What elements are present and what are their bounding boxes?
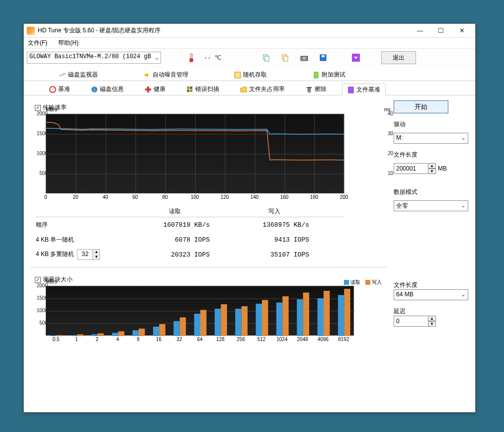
svg-rect-3 [265,56,269,61]
svg-rect-0 [190,54,192,59]
drive-letter-combo[interactable]: M: [394,133,468,144]
svg-rect-19 [145,88,151,90]
svg-rect-47 [71,335,77,336]
svg-rect-9 [322,55,325,57]
tabs-row-2: 基准 i磁盘信息 健康 错误扫描 文件夹占用率 擦除 文件基准 [24,81,475,95]
svg-rect-48 [77,335,83,337]
svg-rect-71 [318,298,324,336]
svg-rect-21 [190,86,192,89]
svg-rect-49 [91,335,97,337]
svg-rect-73 [338,295,344,337]
svg-rect-70 [303,293,309,337]
svg-rect-22 [187,89,189,92]
svg-rect-69 [297,299,303,336]
svg-point-7 [303,57,306,60]
tab-file-benchmark[interactable]: 文件基准 [342,84,386,95]
file-length-input[interactable] [394,163,428,174]
maximize-button[interactable]: ☐ [430,24,451,38]
svg-rect-66 [262,300,268,337]
result-row: 4 KB 单一随机6078 IOPS9413 IOPS [36,232,344,247]
svg-rect-5 [284,56,288,61]
svg-point-1 [189,58,193,62]
titlebar: HD Tune 专业版 5.60 - 硬盘/固态硬盘实用程序 — ☐ ✕ [24,24,475,38]
svg-rect-67 [276,303,282,337]
svg-rect-57 [173,321,179,336]
svg-rect-23 [190,89,192,92]
svg-rect-65 [256,304,262,336]
tab-aam[interactable]: 自动噪音管理 [138,69,194,81]
app-icon [27,27,35,35]
app-window: HD Tune 专业版 5.60 - 硬盘/固态硬盘实用程序 — ☐ ✕ 文件(… [23,23,476,413]
tab-benchmark[interactable]: 基准 [44,83,76,95]
tab-info[interactable]: i磁盘信息 [85,83,129,95]
file-length2-combo[interactable]: 64 MB [394,289,468,300]
exit-button[interactable]: 退出 [381,51,416,64]
result-row: 4 KB 多重随机▲▼20323 IOPS35107 IOPS [36,247,344,262]
minimize-button[interactable]: — [410,24,430,38]
tab-erase[interactable]: 擦除 [300,83,332,95]
svg-rect-25 [348,87,353,93]
tab-error-scan[interactable]: 错误扫描 [181,83,225,95]
legend-write: 写入 [365,279,382,286]
drive-select[interactable]: GLOWAY Basic1TNVMe-M.2/80 (1024 gB [27,52,161,64]
col-write: 写入 [225,207,324,216]
svg-line-15 [53,88,54,89]
save-icon[interactable] [316,51,331,64]
svg-rect-11 [59,72,66,79]
svg-rect-60 [200,310,206,337]
spin-up[interactable]: ▲ [428,316,436,321]
tabs-row-1: 磁盘监视器 自动噪音管理 随机存取 附加测试 [24,67,475,81]
svg-rect-12 [235,72,241,78]
tab-folder-usage[interactable]: 文件夹占用率 [235,83,290,95]
pattern-combo[interactable]: 全零 [394,200,468,211]
tab-random-access[interactable]: 随机存取 [229,69,272,81]
svg-rect-50 [97,334,103,337]
svg-rect-45 [50,336,56,336]
svg-rect-53 [133,331,139,337]
svg-rect-61 [215,309,221,336]
svg-rect-74 [344,289,350,336]
svg-rect-52 [118,332,124,337]
svg-rect-72 [324,291,330,336]
svg-rect-56 [159,324,165,336]
file-length2-label: 文件长度 [394,281,468,289]
col-read: 读取 [125,207,225,216]
result-row: 顺序1607819 KB/s1368975 KB/s [36,217,344,232]
transfer-chart: MB/s ms gB 020406080100120140160180200 5… [46,114,387,202]
svg-rect-59 [194,314,200,336]
dropdown-icon[interactable] [348,51,363,64]
delay-input[interactable] [394,316,428,327]
content-area: ✓传输速率 MB/s ms gB 02040608010012014016018… [24,95,475,351]
close-button[interactable]: ✕ [451,24,472,38]
menu-file[interactable]: 文件(F) [26,38,49,48]
svg-text:i: i [94,87,95,92]
screenshot-icon[interactable] [297,51,312,64]
svg-rect-62 [221,304,227,336]
svg-rect-20 [187,86,189,89]
queue-depth-input[interactable] [78,250,92,259]
menu-help[interactable]: 帮助(H) [56,38,81,48]
svg-rect-51 [112,333,118,337]
start-button[interactable]: 开始 [394,100,448,113]
blocksize-chart: MB/s 读取 写入 0.512481632641282565121024204… [46,286,387,345]
spin-down[interactable]: ▼ [428,321,436,327]
copy-text-icon[interactable] [259,51,274,64]
spin-down[interactable]: ▼ [428,169,436,174]
svg-rect-13 [314,72,318,78]
copy-info-icon[interactable] [278,51,293,64]
svg-rect-46 [57,335,63,336]
pattern-label: 数据模式 [394,188,468,196]
window-title: HD Tune 专业版 5.60 - 硬盘/固态硬盘实用程序 [38,26,410,35]
legend-read: 读取 [344,279,360,286]
svg-rect-58 [180,318,186,337]
svg-rect-68 [282,296,288,336]
tab-extra-tests[interactable]: 附加测试 [307,69,351,81]
thermometer-icon[interactable] [184,51,199,64]
tab-disk-monitor[interactable]: 磁盘监视器 [54,69,103,81]
tab-health[interactable]: 健康 [139,83,171,95]
toolbar: GLOWAY Basic1TNVMe-M.2/80 (1024 gB -- ℃ … [24,49,475,67]
spin-up[interactable]: ▲ [428,163,436,169]
results-table: 读取 写入 顺序1607819 KB/s1368975 KB/s4 KB 单一随… [36,207,344,262]
svg-rect-63 [235,309,241,336]
file-length-label: 文件长度 [394,151,468,159]
